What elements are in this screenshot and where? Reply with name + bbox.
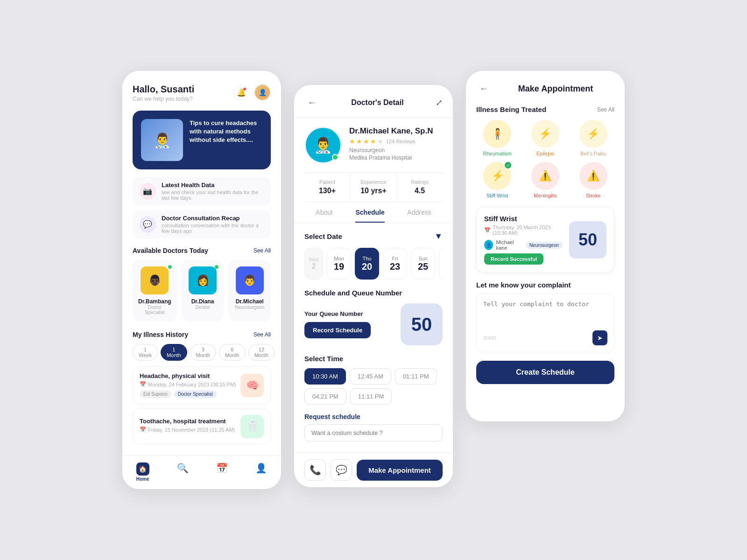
doctor-name-1: Dr.Diana (187, 298, 218, 305)
record-schedule-button[interactable]: Record Schedule (304, 322, 371, 338)
date-fri-23[interactable]: Fri 23 (383, 248, 407, 280)
s2-schedule-body: Select Date ▼ Wed2 Mon 19 Thu 20 Fri 23 (294, 223, 453, 450)
date-scroll: Wed2 Mon 19 Thu 20 Fri 23 Sun 25 (304, 248, 443, 280)
filter-1month[interactable]: 1 Month (161, 344, 187, 361)
tab-about[interactable]: About (316, 209, 333, 223)
tab-address[interactable]: Address (407, 209, 431, 223)
reviews-count: 124 Reviews (386, 139, 416, 144)
stat-experience-label: Experience (351, 179, 396, 185)
meningitis-icon: ⚠️ (531, 162, 559, 190)
doctor-card-0[interactable]: 👨🏿 Dr.Bambang Doctor Specialist (133, 260, 177, 322)
queue-number-display: 50 (401, 303, 443, 345)
health-cards: 📷 Latest Health Data see and check your … (133, 177, 271, 238)
chat-button[interactable]: 💬 (331, 459, 352, 481)
illness-see-all[interactable]: See All (597, 106, 614, 113)
bell-icon[interactable]: 🔔 (233, 84, 249, 100)
illness-epilepsi[interactable]: ⚡ Epilepsi (524, 120, 567, 156)
queue-section: Schedule and Queue Number Your Queue Num… (304, 289, 443, 345)
filter-icon[interactable]: ▼ (434, 231, 443, 241)
call-button[interactable]: 📞 (304, 459, 326, 481)
history-item-0[interactable]: Headache, physical visit 📅 Monday, 24 Fe… (133, 366, 271, 404)
date-wed-29[interactable]: Wed 29 (439, 248, 443, 280)
select-date-label: Select Date (304, 232, 342, 240)
share-icon[interactable]: ⤢ (436, 98, 443, 108)
doctor-name: Dr.Michael Kane, Sp.N (349, 126, 433, 136)
star-1: ★ (349, 138, 355, 145)
doctor-card-2[interactable]: 👨 Dr.Michael Neurosurgeon (228, 260, 271, 322)
nav-home[interactable]: 🏠 Home (136, 462, 149, 482)
camera-icon: 📷 (139, 183, 156, 200)
complaint-input[interactable] (483, 301, 607, 329)
time-1111pm[interactable]: 11:11 PM (350, 388, 392, 405)
history-section-title: My Illness History (133, 331, 188, 338)
online-indicator-0 (168, 265, 172, 269)
illness-bellspalsy[interactable]: ⚡ Bell's Palsy (572, 120, 614, 156)
history-item-1[interactable]: Toothache, hospital treatment 📅 Friday, … (133, 409, 271, 444)
health-card-2-info: Doctor Consultation Recap consultation c… (162, 215, 264, 234)
banner-text: Tips to cure headaches with natural meth… (190, 119, 262, 161)
time-0111pm[interactable]: 01:11 PM (395, 368, 437, 385)
star-3: ★ (363, 138, 369, 145)
epilepsi-name: Epilepsi (524, 151, 567, 156)
rheumatism-icon: 🧍 (483, 120, 511, 148)
doctor-avatar-2: 👨 (236, 266, 264, 294)
doctors-section-title: Available Doctors Today (133, 247, 208, 254)
date-thu20-name: Thu (363, 256, 372, 261)
health-card-2[interactable]: 💬 Doctor Consultation Recap consultation… (133, 210, 271, 238)
calendar-icon-sm: 📅 (484, 227, 491, 233)
request-input[interactable] (304, 424, 443, 441)
s3-header: ← Make Appointment (476, 81, 614, 96)
filter-1week[interactable]: 1 Week (133, 344, 158, 361)
epilepsi-icon: ⚡ (531, 120, 559, 148)
request-label: Request schedule (304, 413, 443, 420)
date-ghost-prev[interactable]: Wed2 (304, 248, 323, 280)
stat-patient-val: 130+ (304, 187, 350, 195)
history-info-1: Toothache, hospital treatment 📅 Friday, … (140, 418, 235, 435)
doctor-hospital: Medika Pratama Hospital (349, 154, 433, 161)
create-schedule-button[interactable]: Create Schedule (476, 361, 614, 384)
tab-schedule[interactable]: Schedule (355, 209, 384, 223)
back-button[interactable]: ← (304, 95, 319, 110)
nav-schedule[interactable]: 📅 (216, 462, 228, 482)
screen3-make-appointment: ← Make Appointment Illness Being Treated… (466, 71, 625, 421)
banner-image-inner: 👨‍⚕️ (141, 119, 183, 161)
stat-ratings-label: Ratings (397, 179, 443, 185)
s3-title: Make Appointment (497, 84, 614, 94)
health-card-1[interactable]: 📷 Latest Health Data see and check your … (133, 177, 271, 205)
date-mon-19[interactable]: Mon 19 (327, 248, 351, 280)
time-0421pm[interactable]: 04:21 PM (304, 388, 346, 405)
filter-3month[interactable]: 3 Month (190, 344, 217, 361)
time-1030am[interactable]: 10:30 AM (304, 368, 346, 385)
illness-stiffwrist[interactable]: ⚡ ✓ Stiff Wrist (476, 162, 519, 198)
illness-rheumatism[interactable]: 🧍 Rheumatism (476, 120, 519, 156)
s3-back-button[interactable]: ← (476, 81, 491, 96)
doctor-spec-2: Neurosurgeon (234, 305, 265, 310)
filter-6month[interactable]: 6 Month (219, 344, 246, 361)
nav-profile[interactable]: 👤 (255, 462, 267, 482)
home-icon: 🏠 (136, 462, 149, 476)
s1-banner: 👨‍⚕️ Tips to cure headaches with natural… (133, 111, 271, 169)
bellspalsy-name: Bell's Palsy (572, 151, 614, 156)
date-sun-25[interactable]: Sun 25 (411, 248, 435, 280)
s1-greeting-sub: Can we help you today? (133, 96, 194, 102)
illness-header: Illness Being Treated See All (476, 105, 614, 113)
s1-header-icons: 🔔 👤 (233, 84, 271, 101)
user-avatar[interactable]: 👤 (254, 84, 271, 101)
record-successful-button[interactable]: Record Successful (484, 253, 543, 265)
send-button[interactable]: ➤ (592, 330, 607, 345)
history-see-all[interactable]: See All (254, 331, 271, 338)
s1-greeting-name: Hallo, Susanti (133, 84, 194, 95)
filter-12month[interactable]: 12 Month (248, 344, 275, 361)
date-thu-20[interactable]: Thu 20 (355, 248, 379, 280)
profile-icon: 👤 (255, 462, 267, 474)
doctors-see-all[interactable]: See All (254, 247, 271, 254)
doctor-speciality: Neurosurgeon (349, 147, 433, 154)
nav-search[interactable]: 🔍 (177, 462, 189, 482)
illness-meningitis[interactable]: ⚠️ Meningitis (524, 162, 567, 198)
health-card-1-info: Latest Health Data see and check your lo… (162, 182, 264, 201)
doctor-card-1[interactable]: 👩 Dr.Diana Dentist (182, 260, 224, 322)
illness-stroke[interactable]: ⚠️ Stroke (572, 162, 614, 198)
time-1245am[interactable]: 12:45 AM (350, 368, 391, 385)
make-appointment-button[interactable]: Make Appointment (357, 460, 443, 481)
doctor-avatar-0: 👨🏿 (141, 266, 169, 294)
